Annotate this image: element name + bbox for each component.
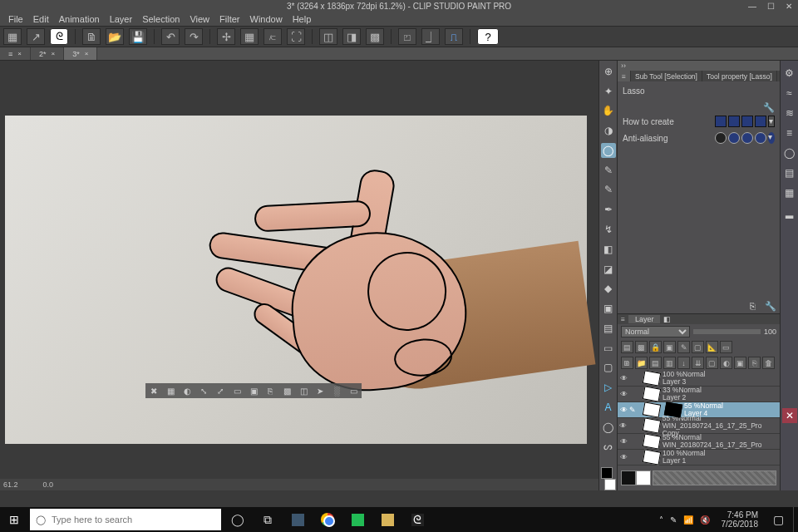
hand-tool-icon[interactable]: ✋ bbox=[601, 104, 616, 119]
clip-studio-icon[interactable]: ᘓ bbox=[50, 28, 68, 45]
open-folder-icon[interactable]: 📂 bbox=[106, 28, 124, 45]
menu-file[interactable]: File bbox=[3, 14, 28, 24]
lines-icon[interactable]: ≡ bbox=[782, 126, 797, 140]
transparent-icon[interactable]: ▦ bbox=[240, 28, 259, 45]
eye-icon[interactable]: 👁 bbox=[618, 437, 629, 446]
tab-2[interactable]: 3*× bbox=[64, 47, 97, 60]
maximize-button[interactable]: ☐ bbox=[761, 2, 780, 11]
eye-icon[interactable]: 👁 bbox=[618, 406, 629, 414]
layer-color-icon[interactable]: ▣ bbox=[734, 357, 746, 369]
menu-edit[interactable]: Edit bbox=[28, 14, 54, 24]
operation-tool-icon[interactable]: ◑ bbox=[601, 123, 616, 138]
taskbar-explorer[interactable] bbox=[372, 507, 402, 532]
tray-pen-icon[interactable]: ✎ bbox=[670, 515, 677, 525]
mixer-icon[interactable]: ▦ bbox=[782, 185, 797, 200]
menu-animation[interactable]: Animation bbox=[54, 14, 105, 24]
create-mode-icons[interactable]: ▾ bbox=[715, 116, 775, 127]
palette-icon[interactable]: ▤ bbox=[621, 341, 633, 353]
menu-layer[interactable]: Layer bbox=[105, 14, 138, 24]
aa-radios[interactable]: ▾ bbox=[715, 132, 775, 144]
snap-grid-icon[interactable]: ⏍ bbox=[398, 28, 416, 45]
subtool-select-tab[interactable]: Sub Tool [Selection] bbox=[631, 71, 702, 81]
color-swatch[interactable] bbox=[601, 467, 616, 490]
grid-icon[interactable]: ▦ bbox=[3, 28, 22, 45]
dup-icon[interactable]: ⎘ bbox=[748, 357, 761, 369]
eraser-tool-icon[interactable]: ◪ bbox=[601, 262, 616, 277]
figure-tool-icon[interactable]: ▭ bbox=[601, 341, 616, 356]
wrench-icon[interactable]: 🔧 bbox=[763, 102, 775, 112]
taskbar-clipstudio[interactable]: ᘓ bbox=[402, 507, 432, 532]
new-folder-icon[interactable]: 📁 bbox=[635, 357, 648, 369]
draft-icon[interactable]: ✎ bbox=[677, 341, 690, 353]
pencil-tool-icon[interactable]: ✎ bbox=[601, 183, 616, 198]
brush-icon[interactable]: ▂ bbox=[782, 205, 797, 220]
tab-close-icon[interactable]: × bbox=[51, 50, 55, 57]
redo-icon[interactable]: ↷ bbox=[185, 28, 203, 45]
trash-icon[interactable]: 🗑 bbox=[762, 357, 775, 369]
menu-window[interactable]: Window bbox=[245, 14, 288, 24]
tray-net-icon[interactable]: 📶 bbox=[683, 515, 693, 525]
minimize-button[interactable]: — bbox=[743, 2, 761, 11]
menu-view[interactable]: View bbox=[185, 14, 214, 24]
layer-panel-tab[interactable]: ≡Layer◧ bbox=[618, 314, 780, 324]
sel-outline-icon[interactable]: ▭ bbox=[346, 384, 361, 397]
eye-icon[interactable]: 👁 bbox=[618, 374, 629, 382]
frame-tool-icon[interactable]: ▢ bbox=[601, 360, 616, 375]
checker-icon[interactable]: ▩ bbox=[635, 341, 648, 353]
blend-tool-icon[interactable]: ◆ bbox=[601, 281, 616, 296]
menu-filter[interactable]: Filter bbox=[214, 14, 244, 24]
airbrush-tool-icon[interactable]: ↯ bbox=[601, 222, 616, 237]
undo-icon[interactable]: ↶ bbox=[161, 28, 180, 45]
opacity-slider[interactable] bbox=[693, 329, 761, 334]
text-tool-icon[interactable]: A bbox=[601, 400, 616, 415]
sel-crop-icon[interactable]: ▦ bbox=[163, 384, 178, 397]
sel-scale-icon[interactable]: ◫ bbox=[296, 384, 311, 397]
layer-list[interactable]: 👁100 %NormalLayer 3 👁33 %NormalLayer 2 👁… bbox=[618, 371, 780, 466]
correct-line-tool-icon[interactable]: ᔕ bbox=[601, 440, 616, 455]
snap-ruler-icon[interactable]: ⏌ bbox=[421, 28, 440, 45]
sel-invert-icon[interactable]: ◐ bbox=[180, 384, 195, 397]
system-tray[interactable]: ˄ ✎ 📶 🔇 bbox=[653, 515, 717, 525]
task-view-icon[interactable]: ⧉ bbox=[253, 507, 283, 532]
taskbar-app[interactable] bbox=[283, 507, 313, 532]
mask-icon[interactable]: ▢ bbox=[692, 341, 704, 353]
close-button[interactable]: ✕ bbox=[780, 2, 798, 11]
selection-launcher[interactable]: ✖ ▦ ◐ ⤡ ⤢ ▭ ▣ ⎘ ▩ ◫ ➤ ░ ▭ bbox=[145, 383, 362, 398]
sel-expand-icon[interactable]: ⤡ bbox=[196, 384, 211, 397]
layer-row[interactable]: 👁100 %NormalLayer 1 bbox=[618, 450, 780, 466]
eye-icon[interactable]: 👁 bbox=[618, 421, 629, 430]
snap-special-icon[interactable]: ⎍ bbox=[445, 28, 463, 45]
new-file-icon[interactable]: 🗎 bbox=[82, 28, 101, 45]
sel-new-layer-icon[interactable]: ⎘ bbox=[263, 384, 278, 397]
new-vec-icon[interactable]: ▥ bbox=[663, 357, 676, 369]
palette-swatch[interactable] bbox=[621, 470, 776, 485]
register-preset-icon[interactable]: ⎘ bbox=[750, 301, 760, 311]
close-palette-icon[interactable]: ✕ bbox=[782, 408, 797, 423]
sel-deselect-icon[interactable]: ✖ bbox=[146, 384, 161, 397]
action-center-icon[interactable]: ▢ bbox=[763, 507, 793, 532]
show-desktop[interactable] bbox=[793, 507, 798, 532]
gradient-tool-icon[interactable]: ▤ bbox=[601, 321, 616, 336]
tray-vol-icon[interactable]: 🔇 bbox=[700, 515, 710, 525]
eye-icon[interactable]: 👁 bbox=[618, 453, 629, 461]
clip-icon[interactable]: ◐ bbox=[720, 357, 732, 369]
sel-move-icon[interactable]: ➤ bbox=[313, 384, 328, 397]
layer-row[interactable]: 👁100 %NormalLayer 3 bbox=[618, 371, 780, 387]
ref-icon[interactable]: ▣ bbox=[663, 341, 676, 353]
eye-icon[interactable]: 👁 bbox=[618, 390, 629, 398]
merge-icon[interactable]: ⇊ bbox=[692, 357, 704, 369]
settings-wrench-icon[interactable]: 🔧 bbox=[765, 301, 775, 311]
decoration-tool-icon[interactable]: ◧ bbox=[601, 242, 616, 257]
scale-icon[interactable]: ⛶ bbox=[287, 28, 305, 45]
tab-1[interactable]: 2*× bbox=[31, 47, 64, 60]
new-raster-icon[interactable]: ▤ bbox=[649, 357, 662, 369]
taskbar-clock[interactable]: 7:46 PM 7/26/2018 bbox=[717, 510, 764, 529]
tab-close-icon[interactable]: × bbox=[85, 50, 89, 57]
layer-row[interactable]: 👁55 %NormalWIN_20180724_16_17_25_Pro Cop… bbox=[618, 418, 780, 434]
search-input[interactable] bbox=[52, 515, 221, 525]
erase-icon[interactable]: ✢ bbox=[217, 28, 235, 45]
taskbar-search[interactable]: ◯ bbox=[30, 509, 221, 530]
blend-mode-select[interactable]: Normal bbox=[621, 326, 690, 337]
panel-drag-handle[interactable]: ›› bbox=[618, 61, 780, 71]
sel-clear-icon[interactable]: ▭ bbox=[229, 384, 244, 397]
